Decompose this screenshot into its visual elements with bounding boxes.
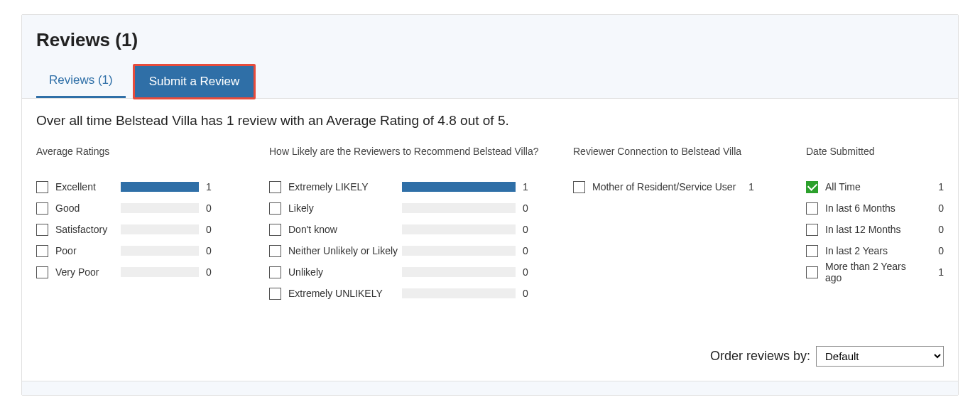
filter-label: Very Poor	[55, 266, 121, 278]
filter-label: Satisfactory	[55, 224, 121, 235]
filter-row: Neither Unlikely or Likely0	[269, 244, 553, 258]
checkbox[interactable]	[806, 202, 818, 215]
count: 1	[206, 181, 212, 193]
count: 0	[523, 266, 528, 278]
panel-body: Over all time Belstead Villa has 1 revie…	[22, 98, 958, 381]
tab-reviews[interactable]: Reviews (1)	[36, 65, 126, 98]
checkbox[interactable]	[806, 181, 818, 193]
panel-header: Reviews (1) Reviews (1) Submit a Review	[22, 15, 958, 98]
checkbox[interactable]	[269, 266, 281, 278]
count: 0	[206, 245, 212, 256]
column-date: Date Submitted All Time1In last 6 Months…	[806, 146, 944, 308]
page-title: Reviews (1)	[36, 29, 944, 51]
count: 1	[938, 266, 944, 278]
count: 1	[523, 181, 528, 193]
filter-label: Poor	[55, 245, 121, 256]
filter-row: Extremely UNLIKELY0	[269, 286, 553, 300]
checkbox[interactable]	[269, 202, 281, 215]
checkbox[interactable]	[269, 181, 281, 193]
submit-review-button[interactable]: Submit a Review	[133, 64, 256, 99]
filter-row: Extremely LIKELY1	[269, 180, 553, 194]
filter-label: Mother of Resident/Service User	[592, 181, 748, 193]
bar	[402, 182, 516, 192]
count: 1	[938, 181, 944, 193]
checkbox[interactable]	[806, 245, 818, 257]
filter-row: Good0	[36, 201, 249, 215]
column-average-ratings: Average Ratings Excellent1Good0Satisfact…	[36, 146, 249, 308]
count: 0	[938, 202, 944, 214]
column-connection: Reviewer Connection to Belstead Villa Mo…	[573, 146, 786, 308]
filter-row: Unlikely0	[269, 265, 553, 279]
order-row: Order reviews by: Default	[36, 336, 944, 367]
filter-label: In last 6 Months	[825, 202, 925, 214]
count: 0	[523, 202, 528, 214]
filter-columns: Average Ratings Excellent1Good0Satisfact…	[36, 146, 944, 308]
bar-fill	[121, 182, 199, 192]
bar	[402, 224, 516, 234]
count: 0	[206, 202, 212, 214]
filter-label: Good	[55, 202, 121, 214]
column-heading-date: Date Submitted	[806, 146, 944, 157]
count: 0	[523, 245, 528, 256]
filter-row: In last 2 Years0	[806, 244, 944, 258]
filter-label: In last 12 Months	[825, 224, 925, 235]
checkbox[interactable]	[806, 266, 818, 278]
bar	[121, 224, 199, 234]
summary-text: Over all time Belstead Villa has 1 revie…	[36, 113, 944, 129]
filter-label: Extremely LIKELY	[288, 181, 402, 193]
checkbox[interactable]	[36, 224, 48, 236]
count: 0	[206, 224, 212, 235]
order-select[interactable]: Default	[816, 346, 944, 367]
column-heading-recommend: How Likely are the Reviewers to Recommen…	[269, 146, 553, 157]
tabs: Reviews (1) Submit a Review	[36, 64, 944, 98]
bar	[121, 182, 199, 192]
column-heading-ratings: Average Ratings	[36, 146, 249, 157]
count: 0	[938, 245, 944, 256]
checkbox[interactable]	[36, 245, 48, 257]
filter-row: Satisfactory0	[36, 222, 249, 237]
bar	[121, 203, 199, 213]
bar	[402, 203, 516, 213]
filter-row: Very Poor0	[36, 265, 249, 279]
panel-footer	[22, 381, 958, 395]
bar	[121, 246, 199, 256]
filter-row: Mother of Resident/Service User1	[573, 180, 786, 194]
filter-row: Excellent1	[36, 180, 249, 194]
checkbox[interactable]	[36, 181, 48, 193]
checkbox[interactable]	[269, 224, 281, 236]
checkbox[interactable]	[269, 288, 281, 300]
filter-label: Neither Unlikely or Likely	[288, 245, 402, 256]
checkbox[interactable]	[269, 245, 281, 257]
tab-reviews-label: Reviews (1)	[49, 73, 113, 87]
reviews-panel: Reviews (1) Reviews (1) Submit a Review …	[21, 14, 959, 396]
order-label: Order reviews by:	[710, 349, 810, 364]
count: 0	[523, 224, 528, 235]
filter-label: All Time	[825, 181, 925, 193]
checkbox[interactable]	[573, 181, 585, 193]
filter-row: More than 2 Years ago1	[806, 265, 944, 279]
checkbox[interactable]	[36, 266, 48, 278]
filter-row: In last 12 Months0	[806, 222, 944, 237]
count: 0	[206, 266, 212, 278]
filter-label: In last 2 Years	[825, 245, 925, 256]
filter-row: Likely0	[269, 201, 553, 215]
bar	[402, 267, 516, 277]
filter-row: In last 6 Months0	[806, 201, 944, 215]
checkbox[interactable]	[36, 202, 48, 215]
column-recommend: How Likely are the Reviewers to Recommen…	[269, 146, 553, 308]
bar	[402, 288, 516, 298]
count: 1	[748, 181, 754, 193]
filter-label: Unlikely	[288, 266, 402, 278]
filter-label: More than 2 Years ago	[825, 261, 925, 283]
filter-label: Don't know	[288, 224, 402, 235]
filter-row: Don't know0	[269, 222, 553, 237]
checkbox[interactable]	[806, 224, 818, 236]
bar	[121, 267, 199, 277]
filter-label: Excellent	[55, 181, 121, 193]
count: 0	[938, 224, 944, 235]
filter-label: Extremely UNLIKELY	[288, 288, 402, 299]
count: 0	[523, 288, 528, 299]
filter-label: Likely	[288, 202, 402, 214]
bar-fill	[402, 182, 516, 192]
column-heading-connection: Reviewer Connection to Belstead Villa	[573, 146, 786, 157]
